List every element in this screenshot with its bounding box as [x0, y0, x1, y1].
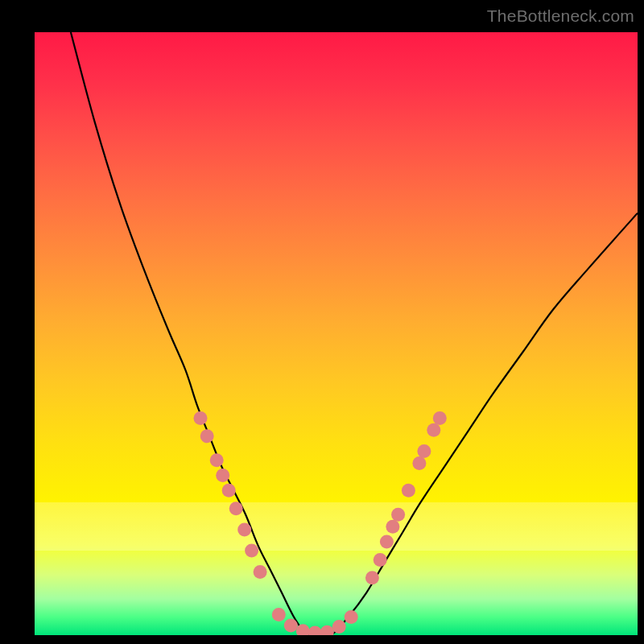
data-point [320, 625, 334, 635]
data-point [365, 571, 379, 584]
data-point [433, 411, 447, 425]
data-point [210, 453, 224, 467]
data-point [412, 456, 426, 470]
data-point [296, 624, 310, 635]
data-point [345, 610, 358, 624]
data-point [332, 620, 346, 634]
data-point [402, 484, 415, 497]
data-point [417, 444, 431, 458]
data-point [427, 423, 440, 437]
plot-area [35, 32, 638, 635]
data-point [284, 619, 298, 633]
data-point [308, 626, 322, 636]
data-point [216, 469, 229, 482]
chart-frame: TheBottleneck.com [0, 0, 644, 644]
data-point [222, 484, 236, 497]
data-point [245, 544, 258, 558]
data-point [229, 502, 243, 515]
data-point [200, 429, 214, 443]
data-point [386, 520, 399, 534]
watermark-text: TheBottleneck.com [487, 6, 634, 26]
bottleneck-curve-left [71, 32, 306, 635]
data-point [237, 522, 251, 536]
bottleneck-curve-right [306, 213, 638, 635]
data-point [374, 553, 387, 567]
chart-overlay [35, 32, 638, 635]
data-point [380, 535, 394, 548]
data-point [194, 411, 208, 425]
data-point [391, 508, 405, 522]
data-point [254, 565, 267, 579]
data-point [272, 608, 286, 621]
